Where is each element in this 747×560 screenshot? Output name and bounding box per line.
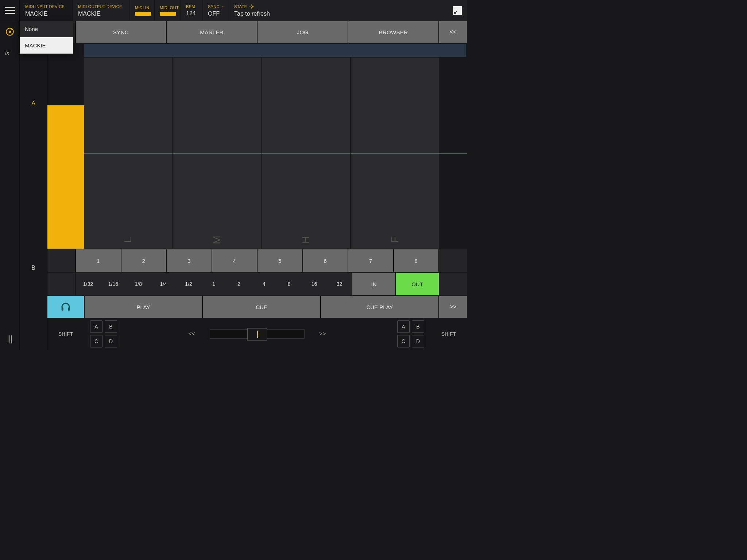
svg-point-22 — [222, 6, 223, 7]
beat-spacer — [47, 273, 75, 295]
beat-1-2[interactable]: 1/2 — [176, 273, 201, 295]
sync-segment[interactable]: SYNC OFF — [203, 0, 229, 21]
midi-output-label: MIDI OUTPUT DEVICE — [78, 4, 122, 9]
tab-sync[interactable]: SYNC — [76, 21, 166, 43]
hotcue-1[interactable]: 1 — [76, 249, 121, 272]
menu-button[interactable] — [0, 0, 20, 21]
eq-high-pad[interactable]: H — [262, 153, 351, 249]
nav-forward-button[interactable]: >> — [439, 296, 467, 318]
layer-b-right[interactable]: B — [412, 320, 424, 333]
beat-32[interactable]: 32 — [327, 273, 352, 295]
hotcue-end — [439, 249, 467, 272]
cue-button[interactable]: CUE — [203, 296, 320, 318]
track-display[interactable] — [84, 44, 466, 57]
beat-end — [439, 273, 467, 295]
tab-master[interactable]: MASTER — [167, 21, 257, 43]
gear-icon[interactable] — [67, 4, 67, 9]
nav-back-button[interactable]: << — [439, 21, 467, 43]
hotcue-spacer — [47, 249, 75, 272]
bpm-label: BPM — [186, 4, 195, 9]
layer-a-right[interactable]: A — [397, 320, 410, 333]
beat-8[interactable]: 8 — [276, 273, 302, 295]
svg-text:fx: fx — [5, 50, 9, 56]
eq-mid-pad[interactable]: M — [173, 153, 262, 249]
hotcue-4[interactable]: 4 — [212, 249, 257, 272]
layer-c-left[interactable]: C — [90, 335, 102, 347]
svg-rect-32 — [62, 307, 63, 311]
state-segment[interactable]: STATE Tap to refresh — [229, 0, 280, 21]
pad-letter: M — [211, 236, 223, 244]
loop-in-button[interactable]: IN — [352, 273, 395, 295]
beat-1-4[interactable]: 1/4 — [151, 273, 176, 295]
layer-d-right[interactable]: D — [412, 335, 424, 347]
disc-icon — [5, 27, 15, 36]
beat-1-32[interactable]: 1/32 — [76, 273, 101, 295]
bpm-segment[interactable]: BPM 124 — [181, 0, 203, 21]
pad-1[interactable] — [84, 58, 173, 153]
hotcue-6[interactable]: 6 — [303, 249, 348, 272]
headphone-cue-button[interactable] — [47, 296, 84, 318]
gear-icon[interactable] — [222, 4, 224, 9]
hotcue-2[interactable]: 2 — [121, 249, 166, 272]
collapse-button[interactable] — [453, 6, 462, 15]
hotcue-8[interactable]: 8 — [394, 249, 439, 272]
midi-input-label: MIDI INPUT DEVICE — [25, 4, 65, 9]
tab-jog[interactable]: JOG — [258, 21, 348, 43]
layer-a-left[interactable]: A — [90, 320, 102, 333]
beat-16[interactable]: 16 — [302, 273, 327, 295]
beat-1[interactable]: 1 — [201, 273, 227, 295]
slider-back-button[interactable]: << — [188, 331, 195, 337]
midi-input-segment[interactable]: MIDI INPUT DEVICE MACKIE — [20, 0, 73, 21]
hotcue-3[interactable]: 3 — [167, 249, 212, 272]
filter-pad[interactable]: F — [351, 153, 439, 249]
bpm-value: 124 — [186, 10, 197, 17]
midi-out-indicator — [160, 12, 176, 16]
pad-3[interactable] — [262, 58, 351, 153]
crossfader-thumb[interactable] — [247, 328, 267, 341]
midi-output-value: MACKIE — [78, 11, 124, 17]
midi-output-segment[interactable]: MIDI OUTPUT DEVICE MACKIE — [73, 0, 130, 21]
deck-volume-bar[interactable] — [47, 58, 84, 249]
pad-letter: H — [300, 236, 312, 244]
midi-out-segment: MIDI OUT — [155, 0, 181, 21]
play-button[interactable]: PLAY — [85, 296, 202, 318]
state-label: STATE — [234, 4, 247, 9]
hotcue-7[interactable]: 7 — [348, 249, 393, 272]
svg-point-1 — [8, 31, 11, 33]
beat-2[interactable]: 2 — [226, 273, 251, 295]
shift-button-right[interactable]: SHIFT — [430, 318, 467, 350]
pad-letter: L — [122, 237, 134, 243]
layer-b-left[interactable]: B — [105, 320, 117, 333]
layer-buttons-left: A B C D — [84, 318, 123, 350]
beat-1-8[interactable]: 1/8 — [126, 273, 151, 295]
svg-point-4 — [67, 6, 67, 7]
beat-1-16[interactable]: 1/16 — [101, 273, 126, 295]
hotcue-5[interactable]: 5 — [258, 249, 302, 272]
state-value: Tap to refresh — [234, 11, 275, 17]
beat-4[interactable]: 4 — [251, 273, 276, 295]
dropdown-option-mackie[interactable]: MACKIE — [20, 37, 73, 54]
deck-b-label[interactable]: B — [20, 186, 47, 350]
tab-browser[interactable]: BROWSER — [348, 21, 438, 43]
eq-low-pad[interactable]: L — [84, 153, 173, 249]
levels-button[interactable] — [0, 329, 20, 350]
svg-rect-33 — [68, 307, 70, 311]
midi-out-label: MIDI OUT — [160, 5, 179, 10]
volume-fill — [47, 105, 84, 249]
layer-c-right[interactable]: C — [397, 335, 410, 347]
dropdown-option-none[interactable]: None — [20, 21, 73, 37]
pad-2[interactable] — [173, 58, 262, 153]
sync-label: SYNC — [208, 4, 220, 9]
gear-icon[interactable] — [249, 4, 254, 9]
slider-forward-button[interactable]: >> — [319, 331, 326, 337]
midi-in-label: MIDI IN — [135, 5, 149, 10]
deck-view-button[interactable] — [0, 21, 20, 42]
loop-out-button[interactable]: OUT — [396, 273, 439, 295]
layer-d-left[interactable]: D — [105, 335, 117, 347]
fx-view-button[interactable]: fx — [0, 42, 20, 63]
midi-input-dropdown[interactable]: None MACKIE — [20, 21, 73, 54]
shift-button-left[interactable]: SHIFT — [47, 318, 84, 350]
crossfader[interactable] — [210, 329, 305, 339]
cue-play-button[interactable]: CUE PLAY — [321, 296, 438, 318]
pad-4[interactable] — [351, 58, 439, 153]
